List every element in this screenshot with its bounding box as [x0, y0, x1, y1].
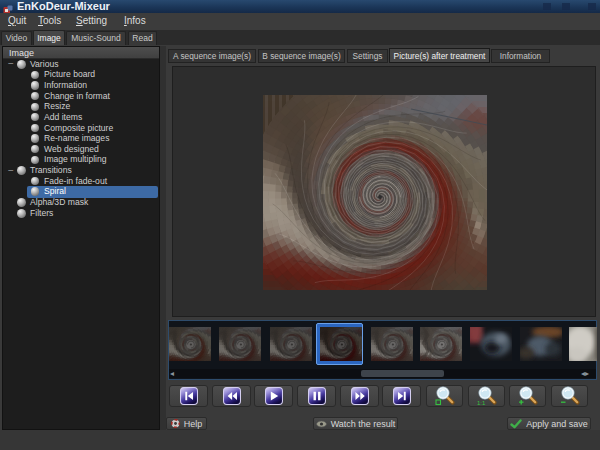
svg-text:1:1: 1:1 — [477, 400, 486, 406]
